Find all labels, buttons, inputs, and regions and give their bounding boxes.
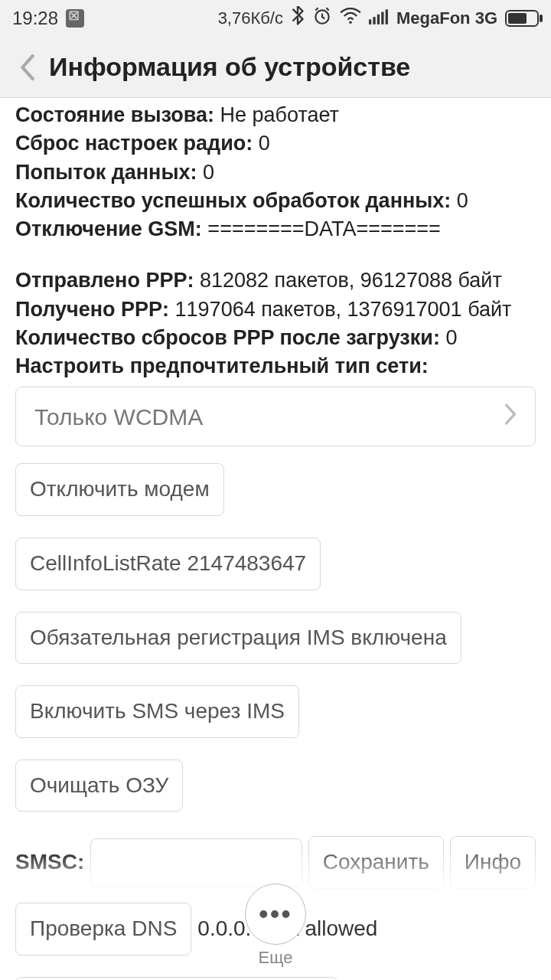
ppp-recv-label: Получено PPP:: [15, 298, 169, 321]
battery-icon: [505, 10, 539, 27]
svg-rect-5: [381, 12, 383, 24]
network-type-label: Настроить предпочтительный тип сети:: [15, 354, 429, 377]
network-type-row: Настроить предпочтительный тип сети:: [15, 352, 536, 381]
cellinfo-button[interactable]: CellInfoListRate 2147483647: [15, 537, 321, 590]
svg-point-1: [349, 21, 352, 24]
content: Состояние вызова: Не работает Сброс наст…: [0, 98, 551, 980]
svg-rect-6: [386, 9, 388, 24]
ims-reg-button[interactable]: Обязательная регистрация IMS включена: [15, 612, 461, 665]
status-bar: 19:28 3,76Кб/с MegaFon 3G: [0, 0, 551, 37]
chevron-right-icon: [504, 401, 517, 433]
gsm-disconnect-label: Отключение GSM:: [15, 217, 202, 240]
ppp-resets-row: Количество сбросов PPP после загрузки: 0: [15, 324, 536, 352]
svg-rect-4: [377, 15, 380, 24]
call-state-label: Состояние вызова:: [15, 103, 214, 126]
radio-reset-label: Сброс настроек радио:: [15, 132, 253, 155]
svg-rect-2: [369, 19, 371, 24]
ppp-resets-label: Количество сбросов PPP после загрузки:: [15, 326, 440, 349]
alarm-icon: [312, 6, 332, 31]
ppp-sent-value: 812082 пакетов, 96127088 байт: [194, 269, 501, 292]
status-time: 19:28: [12, 8, 58, 29]
clear-ram-button[interactable]: Очищать ОЗУ: [15, 760, 183, 812]
radio-reset-row: Сброс настроек радио: 0: [15, 129, 536, 158]
ppp-recv-value: 1197064 пакетов, 1376917001 байт: [169, 298, 511, 321]
status-left: 19:28: [12, 8, 84, 29]
more-label: Еще: [259, 948, 293, 968]
sms-ims-button[interactable]: Включить SMS через IMS: [15, 685, 299, 738]
data-attempts-label: Попыток данных:: [15, 161, 197, 184]
back-button[interactable]: [12, 52, 43, 83]
data-attempts-row: Попыток данных: 0: [15, 158, 536, 187]
save-button[interactable]: Сохранить: [308, 836, 444, 889]
carrier-label: MegaFon 3G: [396, 8, 497, 28]
more-button[interactable]: •••: [245, 884, 306, 945]
bluetooth-icon: [291, 6, 305, 31]
disable-modem-button[interactable]: Отключить модем: [15, 463, 224, 516]
info-button[interactable]: Инфо: [450, 836, 536, 889]
page-title: Информация об устройстве: [49, 52, 410, 82]
gsm-disconnect-value: ========DATA=======: [202, 217, 441, 240]
call-state-row: Состояние вызова: Не работает: [15, 101, 536, 129]
wifi-icon: [340, 8, 361, 29]
network-type-value: Только WCDMA: [34, 401, 203, 433]
status-right: 3,76Кб/с MegaFon 3G: [218, 6, 539, 31]
more-area: ••• Еще: [0, 884, 551, 968]
network-type-select[interactable]: Только WCDMA: [15, 387, 536, 446]
data-success-label: Количество успешных обработок данных:: [15, 189, 451, 212]
ppp-resets-value: 0: [440, 326, 458, 349]
signal-icon: [369, 8, 389, 29]
svg-rect-3: [373, 17, 375, 24]
radio-reset-value: 0: [253, 132, 270, 155]
chevron-left-icon: [20, 54, 35, 80]
more-dots-icon: •••: [259, 900, 292, 928]
data-success-value: 0: [451, 189, 468, 212]
data-success-row: Количество успешных обработок данных: 0: [15, 187, 536, 215]
smsc-input[interactable]: [90, 838, 302, 887]
smsc-label: SMSC:: [15, 848, 84, 877]
oem-info-button[interactable]: Информация/настройки OEM: [15, 977, 337, 980]
data-attempts-value: 0: [197, 161, 214, 184]
ppp-recv-row: Получено PPP: 1197064 пакетов, 137691700…: [15, 296, 536, 324]
app-indicator-icon: [66, 9, 84, 28]
call-state-value: Не работает: [214, 103, 339, 126]
ppp-sent-label: Отправлено PPP:: [15, 269, 194, 292]
header: Информация об устройстве: [0, 37, 551, 98]
data-rate: 3,76Кб/с: [218, 8, 283, 28]
smsc-row: SMSC: Сохранить Инфо: [15, 836, 536, 889]
ppp-sent-row: Отправлено PPP: 812082 пакетов, 96127088…: [15, 266, 536, 295]
gsm-disconnect-row: Отключение GSM: ========DATA=======: [15, 215, 536, 243]
